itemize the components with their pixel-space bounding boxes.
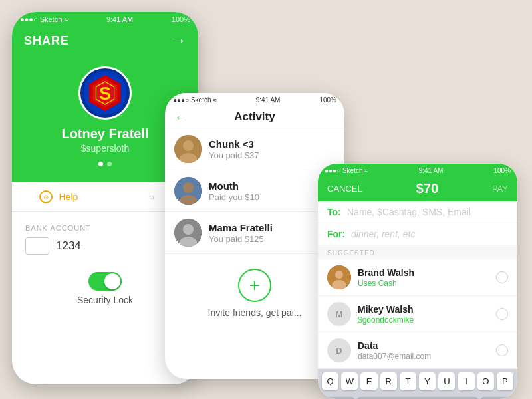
suggestion-name-data: Data <box>358 340 489 351</box>
keyboard-row-1: Q W E R T Y U I O P <box>318 369 517 394</box>
avatar-mama <box>174 219 202 247</box>
avatar-brand-walsh <box>327 265 351 289</box>
activity-desc-mouth: Paid you $10 <box>209 192 335 202</box>
suggestion-info-mikey: Mikey Walsh $goondockmike <box>358 304 489 325</box>
activity-item-chunk[interactable]: Chunk <3 You paid $37 <box>165 128 344 170</box>
suggestion-info-data: Data data007@email.com <box>358 340 489 361</box>
key-w[interactable]: W <box>341 372 358 390</box>
avatar-chunk <box>174 135 202 163</box>
activity-desc: You paid $37 <box>209 150 335 160</box>
suggestion-sub-data: data007@email.com <box>358 352 489 361</box>
svg-point-9 <box>183 182 194 193</box>
svg-point-15 <box>335 271 343 279</box>
activity-nav: ← Activity <box>165 106 344 128</box>
toggle-track[interactable] <box>88 272 122 291</box>
key-u[interactable]: U <box>438 372 455 390</box>
key-r[interactable]: R <box>380 372 397 390</box>
avatar-mikey-walsh: M <box>327 302 351 326</box>
svg-point-12 <box>183 224 194 235</box>
key-y[interactable]: Y <box>419 372 436 390</box>
for-input[interactable]: dinner, rent, etc <box>351 229 416 239</box>
status-dots-3: ●●●○ Sketch ≈ <box>325 167 368 174</box>
suggestion-name: Brand Walsh <box>358 267 489 278</box>
suggestion-radio-brand[interactable] <box>496 271 508 283</box>
key-e[interactable]: E <box>360 372 377 390</box>
key-q[interactable]: Q <box>322 372 338 390</box>
pay-button[interactable]: PAY <box>492 184 508 194</box>
for-row: For: dinner, rent, etc <box>318 223 517 245</box>
share-label: SHARE <box>24 34 69 48</box>
suggestion-radio-data[interactable] <box>496 344 508 356</box>
activity-desc-mama: You paid $125 <box>209 234 335 244</box>
payment-amount: $70 <box>416 181 438 196</box>
cancel-button[interactable]: CANCEL <box>327 184 362 194</box>
activity-name: Chunk <3 <box>209 138 335 150</box>
status-time: 9:41 AM <box>106 15 133 23</box>
key-p[interactable]: P <box>497 372 513 390</box>
forward-arrow-icon[interactable]: → <box>172 32 186 49</box>
key-t[interactable]: T <box>400 372 416 390</box>
bank-section-label: BANK ACCOUNT <box>25 224 185 232</box>
plus-icon: + <box>249 275 260 296</box>
suggestion-radio-mikey[interactable] <box>496 308 508 320</box>
profile-handle: $supersloth <box>81 143 129 154</box>
suggested-label: SUGGESTED <box>318 245 517 259</box>
tab-other-icon: ○ <box>149 192 154 202</box>
bank-number: 1234 <box>56 239 81 253</box>
status-bar-1: ●●●○ Sketch ≈ 9:41 AM 100% <box>12 12 198 27</box>
tab-help[interactable]: ⊙ Help <box>12 182 105 211</box>
status-dots-2: ●●●○ Sketch ≈ <box>173 96 217 104</box>
bank-card-icon <box>25 237 49 255</box>
keyboard-row-spacer: I The I'm <box>318 394 517 399</box>
payment-header: CANCEL $70 PAY <box>318 177 517 201</box>
status-battery-2: 100% <box>319 96 336 104</box>
keyboard: Q W E R T Y U I O P I The I'm <box>318 369 517 399</box>
invite-plus-button[interactable]: + <box>238 269 271 302</box>
suggestion-sub-mikey: $goondockmike <box>358 315 489 325</box>
phone-screen-3: ●●●○ Sketch ≈ 9:41 AM 100% CANCEL $70 PA… <box>318 164 517 399</box>
suggestion-info-brand: Brand Walsh Uses Cash <box>358 267 489 288</box>
suggestion-mikey-walsh[interactable]: M Mikey Walsh $goondockmike <box>318 296 517 332</box>
toggle-knob <box>104 273 120 289</box>
phone1-header: SHARE → <box>12 27 198 55</box>
avatar-mouth <box>174 177 202 205</box>
security-lock-label: Security Lock <box>77 295 133 305</box>
invite-text: Invite friends, get pai... <box>208 307 302 318</box>
to-input[interactable]: Name, $Cashtag, SMS, Email <box>347 207 471 217</box>
status-time-2: 9:41 AM <box>256 96 281 104</box>
key-o[interactable]: O <box>477 372 494 390</box>
avatar-data: D <box>327 338 351 362</box>
activity-info-chunk: Chunk <3 You paid $37 <box>209 138 335 160</box>
svg-point-6 <box>183 140 194 151</box>
suggestion-sub: Uses Cash <box>358 279 489 288</box>
status-battery: 100% <box>172 15 190 23</box>
avatar: S <box>78 66 132 120</box>
profile-name: Lotney Fratell <box>61 126 148 142</box>
status-dots: ●●●○ Sketch ≈ <box>20 15 68 23</box>
suggestion-data[interactable]: D Data data007@email.com <box>318 332 517 369</box>
tab-help-label: Help <box>59 192 78 202</box>
help-circle-icon: ⊙ <box>39 190 53 203</box>
status-battery-3: 100% <box>493 167 511 174</box>
activity-info-mouth: Mouth Paid you $10 <box>209 180 335 202</box>
status-bar-2: ●●●○ Sketch ≈ 9:41 AM 100% <box>165 93 344 106</box>
page-indicator <box>98 162 112 166</box>
activity-name-mama: Mama Fratelli <box>209 222 335 233</box>
activity-title: Activity <box>234 110 275 124</box>
activity-info-mama: Mama Fratelli You paid $125 <box>209 222 335 244</box>
activity-name-mouth: Mouth <box>209 180 335 192</box>
status-bar-3: ●●●○ Sketch ≈ 9:41 AM 100% <box>318 164 517 177</box>
svg-text:S: S <box>99 83 111 104</box>
for-label: For: <box>327 229 347 239</box>
status-time-3: 9:41 AM <box>419 167 444 174</box>
to-label: To: <box>327 207 343 217</box>
bank-row: 1234 <box>25 237 185 255</box>
back-arrow-icon[interactable]: ← <box>174 110 188 125</box>
security-toggle[interactable] <box>88 272 122 291</box>
suggestion-brand-walsh[interactable]: Brand Walsh Uses Cash <box>318 259 517 296</box>
to-row: To: Name, $Cashtag, SMS, Email <box>318 201 517 223</box>
suggestion-name-mikey: Mikey Walsh <box>358 304 489 315</box>
key-i[interactable]: I <box>458 372 474 390</box>
